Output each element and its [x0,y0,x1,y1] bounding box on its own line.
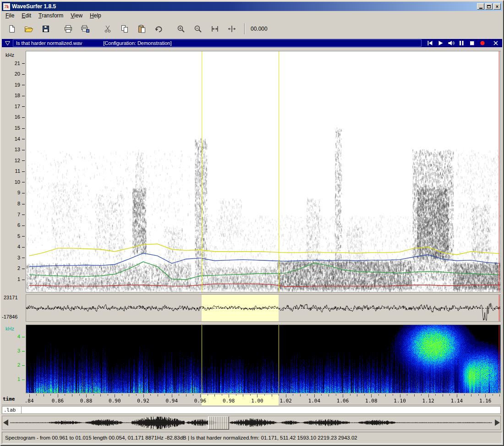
pane-title-box[interactable]: Is that harder normalized.wav [Configura… [13,39,422,47]
overview-waveform-canvas[interactable] [10,417,492,429]
play-all-button[interactable] [447,40,455,46]
copy-button[interactable] [118,23,131,35]
record-icon [479,40,486,46]
new-document-button[interactable] [5,23,18,35]
pane-collapse-icon[interactable] [5,41,11,46]
freq-tick-mark [22,74,25,75]
scroll-right-arrow-icon[interactable] [495,419,500,426]
zoom-out-button[interactable] [192,23,204,35]
time-tick-mark [250,394,251,396]
freq-tick-label: 3 [8,255,20,260]
time-tick-mark [343,394,343,397]
time-tick-mark [93,394,94,396]
time-tick-mark [208,394,208,396]
pane-filename: Is that harder normalized.wav [16,40,82,46]
freq-tick-mark [22,226,25,226]
play-icon [437,40,444,46]
close-pane-button[interactable] [492,40,499,46]
time-tick-label: 1.08 [364,398,378,404]
zoom-all-button[interactable] [225,23,238,35]
transcription-pane[interactable] [2,406,501,414]
scroll-left-arrow-icon[interactable] [3,419,8,426]
save-file-button[interactable] [39,23,52,35]
menu-view[interactable]: View [67,11,86,20]
menu-edit[interactable]: Edit [18,11,35,20]
undo-button[interactable] [152,23,165,35]
zoom-selection-button[interactable] [208,23,221,35]
time-tick-mark [186,394,186,396]
selection-line-start[interactable] [202,51,202,292]
time-tick-mark [279,394,279,396]
playback-cursor [499,295,499,321]
stop-button[interactable] [468,40,476,46]
time-tick-label: 1.10 [393,398,407,404]
time-tick-mark [229,394,229,397]
freq-axis-unit: kHz [5,52,14,58]
stop-icon [469,40,475,46]
time-tick-mark [307,394,307,396]
skip-to-start-button[interactable] [426,40,433,46]
close-button[interactable]: × [493,3,501,10]
open-folder-icon [24,25,33,33]
paste-button[interactable] [135,23,148,35]
selection-line-start[interactable] [202,325,202,393]
selection-line-end[interactable] [279,325,279,393]
time-tick-mark [435,394,436,396]
freq-tick-label: 17 [8,104,20,109]
play-button[interactable] [437,40,444,46]
pane-configuration: [Configuration: Demonstration] [103,40,171,46]
zoom-all-icon [227,25,236,33]
time-tick-mark [136,394,137,396]
playback-cursor [499,325,499,393]
transcription-pane-label: .lab [4,407,16,413]
pause-button[interactable] [458,40,465,46]
overview-scroll-thumb[interactable] [208,416,229,429]
time-tick-mark [414,394,415,396]
time-tick-mark [200,394,201,397]
time-tick-mark [79,394,80,396]
time-tick-label: 0.88 [79,398,93,404]
menu-file[interactable]: File [2,11,18,20]
time-tick-mark [364,394,365,396]
maximize-button[interactable] [485,3,493,10]
selection-line-end[interactable] [279,51,279,292]
freq-tick-label: 15 [8,125,20,131]
cursor-time-display[interactable]: 00.000 [249,26,268,32]
spectrogram-canvas[interactable] [26,51,500,292]
time-tick-mark [393,394,393,396]
time-tick-mark [243,394,243,396]
time-tick-mark [421,394,422,396]
menu-help[interactable]: Help [86,11,105,20]
time-tick-mark [400,394,400,397]
title-bar[interactable]: 7k WaveSurfer 1.8.5 × [2,2,502,11]
cut-button[interactable] [101,23,114,35]
freq-tick-mark [22,215,25,215]
zoom-in-button[interactable] [175,23,187,35]
freq-tick-mark [22,160,25,161]
time-tick-label: .84 [22,398,37,404]
freq-tick-label: 16 [8,114,20,120]
time-tick-label: 1.04 [307,398,322,404]
menu-transform[interactable]: Transform [35,11,67,20]
pitch-spectrogram-canvas[interactable] [26,325,500,393]
time-tick-label: 1.06 [335,398,350,404]
freq-tick-label: 5 [8,233,20,239]
time-tick-label: 0.96 [193,398,208,404]
time-tick-mark [44,394,44,396]
app-icon: 7k [3,3,10,10]
time-tick-mark [336,394,336,396]
print-button[interactable] [62,23,75,35]
time-tick-mark [158,394,158,396]
freq-tick-mark [22,236,25,237]
record-button[interactable] [479,40,486,46]
pitch-tick-label: 1 [8,376,20,382]
freq-tick-label: 21 [8,61,20,66]
print-setup-button[interactable] [79,23,92,35]
time-tick-mark [108,394,108,396]
open-file-button[interactable] [22,23,35,35]
time-tick-label: 0.94 [164,398,179,404]
waveform-canvas[interactable] [26,295,500,321]
time-tick-mark [464,394,465,396]
minimize-button[interactable] [477,3,484,10]
time-tick-mark [58,394,58,397]
